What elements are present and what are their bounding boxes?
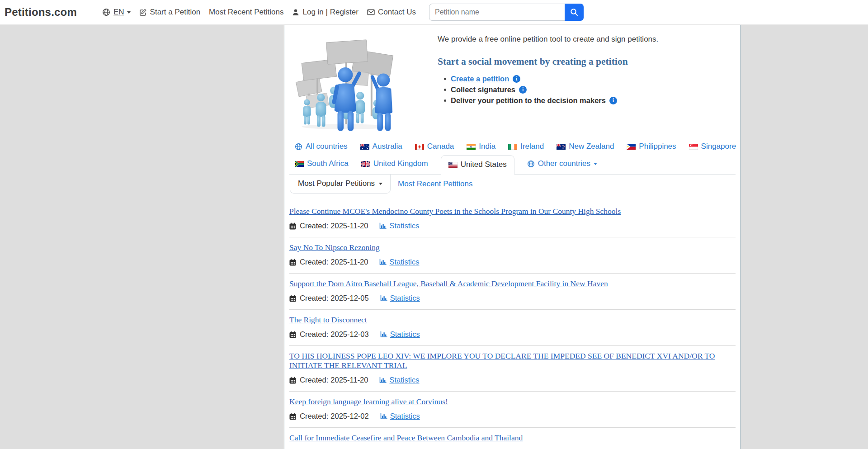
site-logo[interactable]: Petitions.com (5, 6, 77, 19)
calendar-icon (289, 331, 296, 338)
petition-title-link[interactable]: The Right to Disconnect (289, 315, 367, 324)
info-icon[interactable]: i (609, 97, 617, 104)
login-register-link[interactable]: Log in | Register (292, 8, 358, 17)
bar-chart-icon (380, 331, 387, 338)
petition-meta-row: Created:2025-12-02 Statistics (289, 412, 735, 421)
info-icon[interactable]: i (519, 86, 527, 94)
petition-list-item: TO HIS HOLINESS POPE LEO XIV: WE IMPLORE… (289, 346, 736, 392)
country-tab-other[interactable]: Other countries (527, 159, 597, 168)
petition-list-item: Call for Immediate Ceasefire and Peace B… (289, 428, 736, 449)
country-tab-in[interactable]: India (467, 142, 495, 151)
country-tabs-row1: All countriesAustraliaCanadaIndiaIreland… (289, 139, 736, 154)
gb-flag-icon (361, 161, 370, 167)
za-flag-icon (295, 161, 304, 167)
petition-list-item: Please Continue MCOE's Mendocino County … (289, 201, 736, 237)
main-content: We provide a free online petition tool t… (284, 25, 741, 449)
country-tab-all[interactable]: All countries (295, 142, 348, 151)
petition-created: Created:2025-12-05 (300, 294, 369, 302)
petition-created: Created:2025-11-20 (300, 222, 368, 230)
bar-chart-icon (380, 295, 387, 302)
chevron-down-icon (127, 11, 131, 14)
petition-title-link[interactable]: TO HIS HOLINESS POPE LEO XIV: WE IMPLORE… (289, 351, 715, 370)
tab-most-recent-petitions[interactable]: Most Recent Petitions (398, 180, 472, 189)
top-navbar: Petitions.com EN Start a Petition Most R… (0, 0, 868, 25)
petition-title-link[interactable]: Support the Dom Aitro Baseball League, B… (289, 279, 608, 288)
language-label: EN (113, 8, 124, 17)
petition-sort-tabs: Most Popular Petitions Most Recent Petit… (289, 175, 736, 194)
country-tab-au[interactable]: Australia (360, 142, 402, 151)
petition-created: Created:2025-11-20 (300, 376, 368, 384)
bar-chart-icon (379, 259, 387, 265)
petition-meta-row: Created:2025-11-20 Statistics (289, 222, 735, 230)
petition-title-link[interactable]: Keep foreign language learning alive at … (289, 397, 448, 406)
petition-list-item: Keep foreign language learning alive at … (289, 392, 736, 428)
petition-crowd-illustration (294, 28, 394, 132)
chevron-down-icon (594, 163, 597, 165)
intro-bullet-list: Create a petition i Collect signatures i… (438, 73, 718, 106)
country-tab-us[interactable]: United States (441, 155, 514, 175)
info-icon[interactable]: i (513, 75, 520, 83)
start-petition-link[interactable]: Start a Petition (139, 8, 201, 17)
tab-most-popular-petitions[interactable]: Most Popular Petitions (290, 175, 391, 194)
petition-statistics-link[interactable]: Statistics (380, 412, 420, 421)
mail-icon (367, 9, 375, 15)
most-recent-petitions-link[interactable]: Most Recent Petitions (209, 8, 283, 17)
petition-title-link[interactable]: Say No To Nipsco Rezoning (289, 243, 380, 252)
petition-statistics-link[interactable]: Statistics (380, 330, 420, 339)
country-tab-nz[interactable]: New Zealand (557, 142, 614, 151)
search-button[interactable] (565, 4, 584, 21)
intro-heading: Start a social movement by creating a pe… (438, 56, 718, 67)
ca-flag-icon (415, 144, 424, 150)
bar-chart-icon (379, 222, 387, 229)
petition-statistics-link[interactable]: Statistics (379, 376, 419, 384)
ph-flag-icon (627, 144, 636, 150)
calendar-icon (289, 222, 296, 230)
country-tabs-row2: South AfricaUnited KingdomUnited StatesO… (289, 154, 736, 175)
globe-icon (295, 143, 302, 151)
petition-list-item: Support the Dom Aitro Baseball League, B… (289, 274, 736, 310)
petition-meta-row: Created:2025-11-20 Statistics (289, 376, 735, 384)
in-flag-icon (467, 144, 476, 150)
bar-chart-icon (379, 377, 387, 383)
petition-meta-row: Created:2025-12-05 Statistics (289, 294, 735, 302)
edit-icon (139, 9, 147, 16)
sg-flag-icon (689, 144, 698, 150)
search-input[interactable] (429, 4, 565, 21)
petition-list: Please Continue MCOE's Mendocino County … (289, 201, 736, 449)
intro-text-block: We provide a free online petition tool t… (438, 25, 718, 132)
calendar-icon (289, 413, 296, 420)
calendar-icon (289, 259, 296, 266)
bullet-create-petition: Create a petition i (444, 73, 718, 84)
country-tab-za[interactable]: South Africa (295, 159, 349, 168)
petition-search (429, 4, 584, 21)
calendar-icon (289, 295, 296, 302)
language-selector[interactable]: EN (102, 8, 131, 17)
country-tab-ph[interactable]: Philippines (627, 142, 676, 151)
globe-icon (527, 160, 535, 168)
petition-meta-row: Created:2025-11-20 Statistics (289, 258, 735, 266)
country-tab-gb[interactable]: United Kingdom (361, 159, 428, 168)
globe-icon (102, 8, 110, 16)
bullet-deliver-petition: Deliver your petition to the decision ma… (444, 95, 718, 106)
nz-flag-icon (557, 144, 566, 150)
contact-us-link[interactable]: Contact Us (367, 8, 416, 17)
create-petition-link[interactable]: Create a petition (451, 75, 509, 83)
petition-title-link[interactable]: Call for Immediate Ceasefire and Peace B… (289, 433, 523, 442)
petition-statistics-link[interactable]: Statistics (379, 258, 419, 266)
intro-tagline: We provide a free online petition tool t… (438, 35, 718, 44)
ie-flag-icon (508, 144, 517, 150)
country-tab-ie[interactable]: Ireland (508, 142, 544, 151)
country-tab-sg[interactable]: Singapore (689, 142, 736, 151)
country-tab-ca[interactable]: Canada (415, 142, 454, 151)
search-icon (570, 8, 578, 16)
bar-chart-icon (380, 413, 387, 420)
us-flag-icon (448, 162, 458, 168)
petition-list-item: The Right to Disconnect Created:2025-12-… (289, 310, 736, 346)
calendar-icon (289, 377, 296, 384)
chevron-down-icon (379, 183, 382, 185)
petition-created: Created:2025-12-02 (300, 412, 369, 421)
petition-title-link[interactable]: Please Continue MCOE's Mendocino County … (289, 207, 621, 216)
petition-meta-row: Created:2025-12-03 Statistics (289, 330, 735, 339)
petition-statistics-link[interactable]: Statistics (379, 222, 419, 230)
petition-statistics-link[interactable]: Statistics (380, 294, 420, 302)
